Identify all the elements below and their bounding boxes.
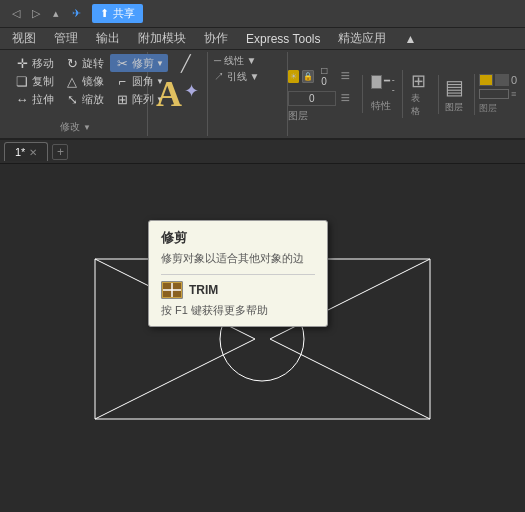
- graph-label: 图层: [479, 102, 517, 115]
- menu-expand[interactable]: ▲: [396, 30, 424, 48]
- tooltip-help-text: 按 F1 键获得更多帮助: [161, 303, 315, 318]
- graph-number: 0: [511, 74, 517, 86]
- tooltip-command-name: TRIM: [189, 283, 218, 297]
- ribbon-row-2: ❏ 复制 △ 镜像 ⌐ 圆角 ▼: [10, 72, 168, 90]
- tooltip-popup: 修剪 修剪对象以适合其他对象的边 TRIM 按 F1 键获得更多帮助: [148, 220, 328, 327]
- copy-label: 复制: [32, 74, 54, 89]
- layers-icon: ▤: [445, 75, 464, 99]
- layer-row-2: 0 ≡: [288, 89, 350, 107]
- modify-label: 修改: [60, 121, 80, 132]
- scale-label: 缩放: [82, 92, 104, 107]
- graph-icon-1: [479, 74, 493, 86]
- properties-label: 特性: [371, 99, 391, 113]
- menu-express[interactable]: Express Tools: [238, 30, 328, 48]
- arrow-label: ↗ 引线 ▼: [214, 70, 259, 84]
- layer-row-3: 图层: [288, 109, 308, 123]
- layers-label: 图层: [445, 101, 463, 114]
- menu-manage[interactable]: 管理: [46, 28, 86, 49]
- send-icon[interactable]: ✈: [68, 6, 84, 22]
- share-button[interactable]: ⬆ 共享: [92, 4, 143, 23]
- layer-label: 图层: [288, 109, 308, 123]
- trim-cmd-icon: [161, 281, 183, 299]
- tab-bar: 1* ✕ +: [0, 140, 525, 164]
- up-icon[interactable]: ▴: [48, 6, 64, 22]
- ribbon-group-modify: ✛ 移动 ↻ 旋转 ✂ 修剪 ▼ ╱ ❏ 复制 △ 镜像: [4, 52, 148, 136]
- linetype-icon: - -: [392, 75, 398, 95]
- rotate-icon: ↻: [64, 55, 80, 71]
- graph-icon-2: [495, 74, 509, 86]
- share-icon: ⬆: [100, 7, 109, 20]
- menu-view[interactable]: 视图: [4, 28, 44, 49]
- layer-stack-icon: ≡: [341, 89, 350, 107]
- modify-expand-icon[interactable]: ▼: [83, 123, 91, 132]
- svg-line-1: [95, 339, 255, 419]
- svg-line-5: [270, 339, 430, 419]
- table-label: 表格: [411, 92, 426, 118]
- forward-icon[interactable]: ▷: [28, 6, 44, 22]
- tooltip-command-row: TRIM: [161, 281, 315, 299]
- menu-output[interactable]: 输出: [88, 28, 128, 49]
- layer-sun-icon[interactable]: ☀: [288, 70, 299, 83]
- graph-icons-row2: ≡: [479, 89, 517, 99]
- scale-icon: ⤡: [64, 91, 80, 107]
- linewt-icon: ━: [384, 75, 390, 95]
- layer-lock-icon[interactable]: 🔒: [302, 70, 314, 83]
- ribbon-group-text: A ✦: [148, 52, 208, 136]
- layer-dropdown[interactable]: 0: [288, 91, 336, 106]
- graph-bar: [479, 89, 509, 99]
- text-sparkle-icon: ✦: [184, 80, 199, 102]
- ribbon-row-3: ↔ 拉伸 ⤡ 缩放 ⊞ 阵列 ▼: [10, 90, 168, 108]
- ribbon-btn-mirror[interactable]: △ 镜像: [60, 72, 108, 90]
- ribbon-btn-copy[interactable]: ❏ 复制: [10, 72, 58, 90]
- copy-icon: ❏: [14, 73, 30, 89]
- drawing-canvas: [0, 164, 525, 512]
- array-icon: ⊞: [114, 91, 130, 107]
- rotate-label: 旋转: [82, 56, 104, 71]
- graph-icons-row: 0: [479, 74, 517, 86]
- move-label: 移动: [32, 56, 54, 71]
- tooltip-description: 修剪对象以适合其他对象的边: [161, 251, 315, 266]
- fillet-icon: ⌐: [114, 73, 130, 89]
- table-icon: ⊞: [411, 70, 426, 92]
- menu-bar: 视图 管理 输出 附加模块 协作 Express Tools 精选应用 ▲: [0, 28, 525, 50]
- ribbon-right-panel: ☀ 🔒 □ 0 ≡ 0 ≡ 图层 ━ - - 特性: [288, 52, 521, 136]
- ribbon-btn-scale[interactable]: ⤡ 缩放: [60, 90, 108, 108]
- move-icon: ✛: [14, 55, 30, 71]
- tooltip-title: 修剪: [161, 229, 315, 247]
- tab-drawing1[interactable]: 1* ✕: [4, 142, 48, 161]
- stretch-label: 拉伸: [32, 92, 54, 107]
- mirror-icon: △: [64, 73, 80, 89]
- ribbon-group-linestyle: ─ 线性 ▼ ↗ 引线 ▼: [208, 52, 288, 136]
- graph-expand: ≡: [511, 89, 516, 99]
- tab-label-1: 1*: [15, 146, 25, 158]
- quick-access-toolbar: ◁ ▷ ▴ ✈: [8, 6, 84, 22]
- properties-row: ━ - -: [371, 75, 398, 95]
- tab-close-1[interactable]: ✕: [29, 147, 37, 158]
- menu-collaborate[interactable]: 协作: [196, 28, 236, 49]
- text-a-label: A: [156, 76, 182, 112]
- tab-add-button[interactable]: +: [52, 144, 68, 160]
- trim-icon: ✂: [114, 55, 130, 71]
- ribbon-btn-stretch[interactable]: ↔ 拉伸: [10, 90, 58, 108]
- ribbon: ✛ 移动 ↻ 旋转 ✂ 修剪 ▼ ╱ ❏ 复制 △ 镜像: [0, 50, 525, 140]
- title-bar: ◁ ▷ ▴ ✈ ⬆ 共享: [0, 0, 525, 28]
- layer-zero-label: □ 0: [321, 65, 333, 87]
- drawing-area[interactable]: 修剪 修剪对象以适合其他对象的边 TRIM 按 F1 键获得更多帮助: [0, 164, 525, 512]
- layer-right-icon: ≡: [341, 67, 350, 85]
- ribbon-btn-move[interactable]: ✛ 移动: [10, 54, 58, 72]
- back-icon[interactable]: ◁: [8, 6, 24, 22]
- share-label: 共享: [113, 6, 135, 21]
- properties-icons: ━ - -: [371, 75, 398, 95]
- color-swatch[interactable]: [371, 75, 382, 89]
- tooltip-divider: [161, 274, 315, 275]
- layer-row-icons: ☀ 🔒 □ 0 ≡: [288, 65, 350, 87]
- menu-refine[interactable]: 精选应用: [330, 28, 394, 49]
- mirror-label: 镜像: [82, 74, 104, 89]
- menu-addmodule[interactable]: 附加模块: [130, 28, 194, 49]
- linestyle-label: ─ 线性 ▼: [214, 54, 257, 68]
- modify-group-title[interactable]: 修改 ▼: [10, 118, 141, 134]
- stretch-icon: ↔: [14, 91, 30, 107]
- ribbon-btn-rotate[interactable]: ↻ 旋转: [60, 54, 108, 72]
